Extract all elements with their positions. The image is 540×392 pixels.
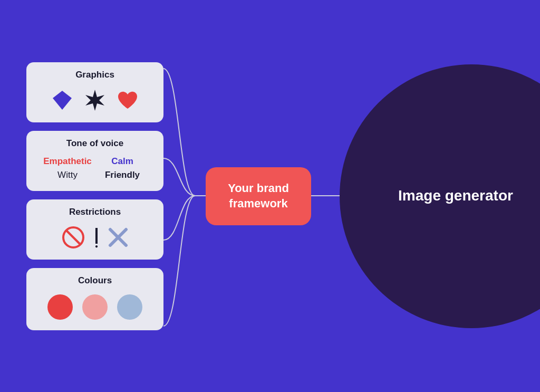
star-icon xyxy=(83,89,107,112)
svg-marker-3 xyxy=(85,90,104,111)
restrictions-card: Restrictions | ● xyxy=(26,199,163,260)
tone-calm: Calm xyxy=(95,156,150,167)
colour-pink xyxy=(82,294,108,320)
brand-framework-box: Your brandframework xyxy=(206,167,311,225)
heart-icon xyxy=(116,89,139,112)
tone-title: Tone of voice xyxy=(36,138,154,149)
colour-swatches xyxy=(36,291,154,322)
exclamation-icon: | ● xyxy=(94,226,99,249)
svg-marker-2 xyxy=(53,91,72,110)
image-generator-text: Image generator xyxy=(398,186,513,205)
tone-friendly: Friendly xyxy=(95,170,150,180)
graphics-title: Graphics xyxy=(36,70,154,80)
svg-line-5 xyxy=(66,230,81,245)
graphics-icons xyxy=(36,85,154,114)
colour-red xyxy=(47,294,73,320)
restrictions-title: Restrictions xyxy=(36,207,154,217)
graphics-card: Graphics xyxy=(26,62,163,122)
brand-framework-text: Your brandframework xyxy=(228,181,289,211)
no-icon xyxy=(62,226,85,249)
cross-icon xyxy=(108,227,128,247)
colours-card: Colours xyxy=(26,268,163,330)
tone-words: Empathetic Calm Witty Friendly xyxy=(36,154,154,183)
image-generator-circle: Image generator xyxy=(340,64,540,328)
cards-column: Graphics Tone of voice Empathetic xyxy=(26,62,163,330)
tone-card: Tone of voice Empathetic Calm Witty Frie… xyxy=(26,131,163,191)
colours-title: Colours xyxy=(36,275,154,286)
diamond-icon xyxy=(51,89,74,112)
restrictions-icons: | ● xyxy=(36,223,154,251)
colour-lightblue xyxy=(117,294,142,320)
tone-empathetic: Empathetic xyxy=(40,156,95,167)
tone-witty: Witty xyxy=(40,170,95,180)
main-container: Graphics Tone of voice Empathetic xyxy=(0,0,540,392)
